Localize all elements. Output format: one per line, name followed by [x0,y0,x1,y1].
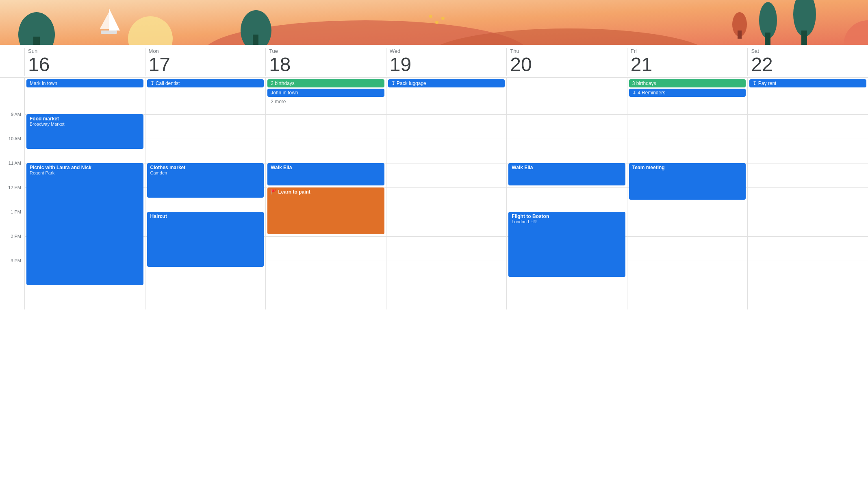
hour-line [627,236,748,237]
event-walk-ella-tue-title: Walk Ella [271,165,381,170]
day-number-sat: 22 [751,54,865,76]
hour-line [627,114,748,115]
event-food-market-title: Food market [30,116,140,122]
day-name-fri: Fri [631,48,744,54]
day-number-sun: 16 [28,54,142,76]
event-food-market[interactable]: Food market Broadway Market [26,114,143,149]
allday-cell-mon: ↧ Call dentist [145,78,266,114]
svg-point-20 [441,17,445,20]
hour-line [748,187,868,188]
event-4-reminders[interactable]: ↧ 4 Reminders [629,89,746,97]
event-clothes-market[interactable]: Clothes market Camden [147,163,264,198]
hour-line [627,212,748,212]
event-haircut[interactable]: Haircut [147,212,264,267]
day-name-tue: Tue [269,48,383,54]
event-learn-to-paint[interactable]: 🚩 Learn to paint [267,187,384,234]
hour-line [145,114,266,115]
allday-cell-tue: 2 birthdays John in town 2 more [265,78,386,114]
svg-point-18 [429,15,432,18]
allday-cell-sat: ↧ Pay rent [747,78,868,114]
time-label-11am: 11 AM [0,160,24,184]
event-call-dentist[interactable]: ↧ Call dentist [147,79,264,87]
day-name-thu: Thu [510,48,624,54]
event-pack-luggage[interactable]: ↧ Pack luggage [388,79,505,87]
hour-line [266,139,386,139]
event-flight-boston-title: Flight to Boston [512,214,622,219]
day-header-wed: Wed 19 [386,48,507,76]
time-label-3pm: 3 PM [0,257,24,282]
event-haircut-title: Haircut [150,214,261,219]
event-flight-boston-subtitle: London LHR [512,219,622,224]
hour-line [145,139,266,139]
day-name-sun: Sun [28,48,142,54]
hour-line [507,187,627,188]
event-mark-in-town[interactable]: Mark in town [26,79,143,87]
svg-rect-10 [253,35,258,45]
day-number-wed: 19 [390,54,503,76]
day-column-thu: Walk Ella Flight to Boston London LHR [506,114,627,309]
day-header-tue: Tue 18 [265,48,386,76]
allday-events-row: Mark in town ↧ Call dentist 2 birthdays … [0,78,868,114]
day-header-mon: Mon 17 [145,48,266,76]
day-header-fri: Fri 21 [627,48,748,76]
header-illustration [0,0,868,45]
event-2-birthdays[interactable]: 2 birthdays [267,79,384,87]
hour-line [386,261,507,261]
svg-rect-6 [101,30,117,34]
day-number-fri: 21 [631,54,744,76]
hour-line [748,261,868,261]
timed-events-grid: 9 AM 10 AM 11 AM 12 PM 1 PM 2 PM 3 PM Fo… [0,114,868,309]
day-name-sat: Sat [751,48,865,54]
event-3-birthdays[interactable]: 3 birthdays [629,79,746,87]
day-name-wed: Wed [390,48,503,54]
event-food-market-subtitle: Broadway Market [30,122,140,126]
time-label-1pm: 1 PM [0,209,24,233]
day-column-mon: Clothes market Camden Haircut [145,114,266,309]
day-number-tue: 18 [269,54,383,76]
hour-line [748,163,868,163]
hour-line [386,114,507,115]
hour-line [748,212,868,212]
time-label-9am: 9 AM [0,111,24,135]
hour-line [266,236,386,237]
event-pay-rent[interactable]: ↧ Pay rent [749,79,866,87]
calendar: Sun 16 Mon 17 Tue 18 Wed 19 Thu 20 Fri 2… [0,45,868,309]
day-column-sun: Food market Broadway Market Picnic with … [24,114,145,309]
day-number-mon: 17 [149,54,263,76]
allday-cell-sun: Mark in town [24,78,145,114]
time-label-2pm: 2 PM [0,233,24,257]
svg-rect-16 [801,30,807,45]
event-john-in-town[interactable]: John in town [267,89,384,97]
event-walk-ella-tue[interactable]: Walk Ella [267,163,384,185]
hour-line [507,114,627,115]
day-column-wed [386,114,507,309]
event-team-meeting-title: Team meeting [632,165,743,170]
event-walk-ella-thu[interactable]: Walk Ella [508,163,625,185]
hour-line [386,163,507,163]
time-label-10am: 10 AM [0,135,24,160]
hour-line [386,187,507,188]
event-picnic-title: Picnic with Laura and Nick [30,165,140,170]
event-picnic[interactable]: Picnic with Laura and Nick Regent Park [26,163,143,285]
hour-line [748,236,868,237]
hour-line [386,212,507,212]
hour-line [748,139,868,139]
day-number-thu: 20 [510,54,624,76]
event-team-meeting[interactable]: Team meeting [629,163,746,200]
event-clothes-market-subtitle: Camden [150,170,261,175]
event-walk-ella-thu-title: Walk Ella [512,165,622,170]
more-events-tue[interactable]: 2 more [267,98,384,105]
day-header-thu: Thu 20 [506,48,627,76]
header-gutter [0,48,24,76]
day-header-sat: Sat 22 [747,48,868,76]
time-label-12pm: 12 PM [0,184,24,209]
svg-point-19 [435,21,438,24]
allday-cell-thu [506,78,627,114]
hour-line [507,139,627,139]
event-flight-boston[interactable]: Flight to Boston London LHR [508,212,625,277]
hour-line [266,261,386,261]
time-labels-column: 9 AM 10 AM 11 AM 12 PM 1 PM 2 PM 3 PM [0,114,24,309]
day-column-tue: Walk Ella 🚩 Learn to paint [265,114,386,309]
day-column-sat [747,114,868,309]
hour-line [266,114,386,115]
